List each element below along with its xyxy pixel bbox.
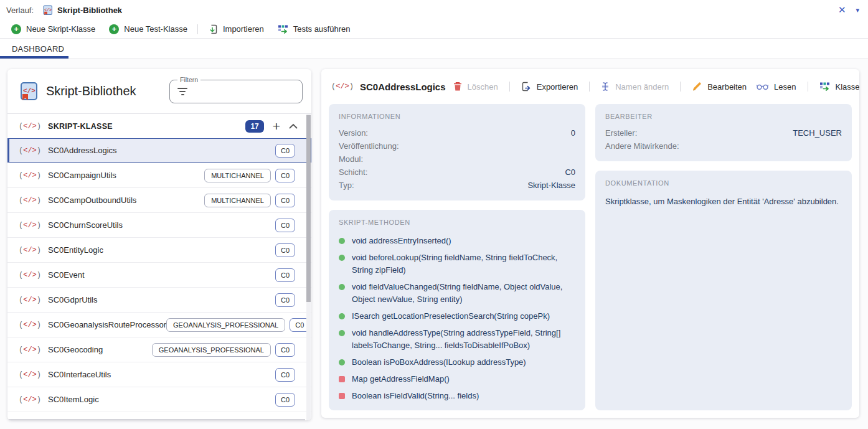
list-item-sc0geocoding[interactable]: (</>) SC0Geocoding GEOANALYSIS_PROFESSIO… <box>7 337 311 362</box>
class-detail-panel: (</>) SC0AddressLogics Löschen <box>321 69 859 418</box>
editors-label: Ersteller: <box>605 126 637 139</box>
public-method-icon <box>339 330 345 336</box>
test-class-button[interactable]: Klasse testen <box>818 79 859 94</box>
list-scrollbar[interactable] <box>306 114 311 420</box>
list-item-sc0campaignutils[interactable]: (</>) SC0CampaignUtils MULTICHANNEL C0 <box>7 163 311 188</box>
action-separator <box>509 82 510 92</box>
close-icon[interactable]: ✕ <box>838 4 846 16</box>
new-test-class-button[interactable]: + Neue Test-Klasse <box>105 22 191 37</box>
rename-button[interactable]: Namen ändern <box>600 79 670 94</box>
chevron-down-icon[interactable]: ▾ <box>856 6 859 14</box>
top-bar: Verlauf: </> Skript-Bibliothek ✕ ▾ <box>0 0 868 20</box>
method-item: Boolean isFieldValid(String... fields) <box>339 390 575 402</box>
toolbar: + Neue Skript-Klasse + Neue Test-Klasse … <box>0 20 868 39</box>
info-value: Skript-Klasse <box>527 179 575 192</box>
list-item-sc0interfaceutils[interactable]: (</>) SC0InterfaceUtils C0 <box>7 362 311 387</box>
editors-value: TECH_USER <box>793 126 842 139</box>
import-icon <box>208 24 218 34</box>
filter-icon <box>177 88 187 95</box>
code-class-icon: (</>) <box>19 370 41 379</box>
list-item-sc0entitylogic[interactable]: (</>) SC0EntityLogic C0 <box>7 238 311 263</box>
new-script-class-button[interactable]: + Neue Skript-Klasse <box>7 22 99 37</box>
method-item: void fieldValueChanged(String fieldName,… <box>339 281 575 306</box>
main-area: </> Skript-Bibliothek Filtern (</>) SKRI… <box>0 59 868 429</box>
section-label: SKRIPT-KLASSE <box>48 122 113 131</box>
plus-circle-icon: + <box>109 24 119 34</box>
editors-box: BEARBEITER Ersteller:TECH_USER Andere Mi… <box>595 104 852 161</box>
list-item-sc0geoanalysisrouteprocessor[interactable]: (</>) SC0GeoanalysisRouteProcessor GEOAN… <box>7 313 311 337</box>
new-script-class-label: Neue Skript-Klasse <box>26 24 95 34</box>
code-class-icon: (</>) <box>19 122 41 131</box>
read-label: Lesen <box>774 82 796 92</box>
method-signature: void beforeLookup(String fieldName, Stri… <box>352 252 575 276</box>
editors-heading: BEARBEITER <box>605 113 842 120</box>
toolbar-separator <box>197 24 198 34</box>
filter-field[interactable]: Filtern <box>169 80 303 103</box>
tab-dashboard[interactable]: DASHBOARD <box>0 39 68 59</box>
layer-badge: C0 <box>275 393 295 407</box>
delete-button[interactable]: Löschen <box>452 79 499 94</box>
glasses-icon <box>757 83 768 90</box>
filter-field-label: Filtern <box>177 76 200 83</box>
edit-button[interactable]: Bearbeiten <box>691 79 748 94</box>
module-badge: GEOANALYSIS_PROFESSIONAL <box>166 318 285 332</box>
detail-grid: INFORMATIONEN Version:0 Veröffentlichung… <box>321 104 859 418</box>
script-class-list: (</>) SC0AddressLogics C0 (</>) SC0Campa… <box>7 138 311 412</box>
info-label: Schicht: <box>339 166 367 179</box>
code-class-icon: (</>) <box>331 82 354 91</box>
read-button[interactable]: Lesen <box>755 80 797 94</box>
list-item-sc0itemlogic[interactable]: (</>) SC0ItemLogic C0 <box>7 387 311 412</box>
method-item: void addressEntryInserted() <box>339 235 575 247</box>
plus-circle-icon: + <box>11 24 21 34</box>
documentation-box: DOKUMENTATION Skriptklasse, um Maskenlog… <box>595 171 852 410</box>
class-name: SC0AddressLogics <box>48 146 117 155</box>
detail-actions: Löschen Exportieren <box>452 79 859 94</box>
scrollbar-thumb[interactable] <box>306 115 311 302</box>
layer-badge: C0 <box>275 194 295 207</box>
list-item-sc0event[interactable]: (</>) SC0Event C0 <box>7 263 311 288</box>
export-button[interactable]: Exportieren <box>520 79 579 94</box>
method-signature: Map getAddressFieldMap() <box>352 373 450 385</box>
import-button[interactable]: Importieren <box>204 22 268 37</box>
filter-input[interactable] <box>192 80 302 103</box>
layer-badge: C0 <box>275 169 295 182</box>
layer-badge: C0 <box>275 144 295 158</box>
detail-header: (</>) SC0AddressLogics Löschen <box>321 69 859 104</box>
history-tab-skript-bibliothek[interactable]: </> Skript-Bibliothek <box>42 5 122 16</box>
script-methods-box: SKRIPT-METHODEN void addressEntryInserte… <box>329 210 585 410</box>
list-item-sc0churnscoreutils[interactable]: (</>) SC0ChurnScoreUtils C0 <box>7 213 311 238</box>
documentation-heading: DOKUMENTATION <box>605 179 842 187</box>
module-badge: MULTICHANNEL <box>204 169 271 182</box>
method-item: void handleAddressType(String addressTyp… <box>339 327 575 352</box>
list-item-sc0campoutboundutils[interactable]: (</>) SC0CampOutboundUtils MULTICHANNEL … <box>7 188 311 213</box>
list-item-sc0addresslogics[interactable]: (</>) SC0AddressLogics C0 <box>7 138 311 163</box>
delete-label: Löschen <box>468 82 498 92</box>
class-name: SC0ItemLogic <box>48 395 99 404</box>
method-item: void beforeLookup(String fieldName, Stri… <box>339 252 575 276</box>
method-item: Map getAddressFieldMap() <box>339 373 575 385</box>
rename-label: Namen ändern <box>615 82 669 92</box>
svg-text:</>: </> <box>23 87 35 95</box>
list-item-sc0gdprutils[interactable]: (</>) SC0GdprUtils C0 <box>7 288 311 313</box>
info-value: C0 <box>565 166 575 179</box>
test-class-icon <box>819 82 830 92</box>
run-tests-label: Tests ausführen <box>293 24 351 34</box>
action-separator <box>589 82 590 92</box>
export-icon <box>521 82 531 92</box>
method-signature: ISearch getLocationPreselectionSearch(St… <box>352 310 550 323</box>
collapse-section-button[interactable] <box>289 123 298 129</box>
run-tests-button[interactable]: Tests ausführen <box>274 22 354 37</box>
add-class-button[interactable]: + <box>273 121 280 132</box>
text-cursor-icon <box>601 82 610 92</box>
action-separator <box>680 82 681 92</box>
layer-badge: C0 <box>275 293 295 307</box>
code-class-icon: (</>) <box>19 271 41 280</box>
class-name: SC0GeoanalysisRouteProcessor <box>48 320 166 329</box>
method-signature: void handleAddressType(String addressTyp… <box>352 327 575 352</box>
history-tab-title: Skript-Bibliothek <box>57 6 122 15</box>
class-name: SC0CampaignUtils <box>48 171 116 180</box>
info-label: Version: <box>339 126 368 139</box>
script-methods-heading: SKRIPT-METHODEN <box>339 219 575 226</box>
class-name: SC0Geocoding <box>48 345 103 354</box>
module-badge: GEOANALYSIS_PROFESSIONAL <box>152 343 271 357</box>
